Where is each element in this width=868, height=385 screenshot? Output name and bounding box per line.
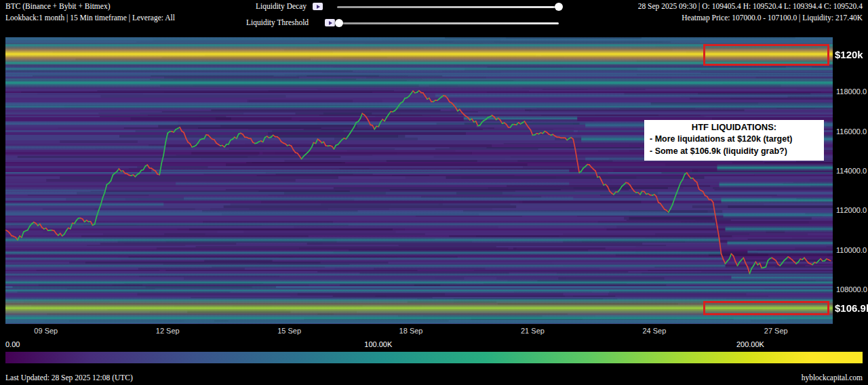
liquidity-decay-slider[interactable] (337, 6, 559, 8)
highlight-box (703, 301, 830, 315)
play-icon (317, 5, 320, 9)
x-axis-label: 24 Sep (642, 327, 666, 335)
play-icon (329, 21, 332, 25)
liquidation-heatmap-canvas[interactable] (5, 37, 833, 324)
app: BTC (Binance + Bybit + Bitmex) Lookback:… (0, 0, 868, 385)
y-axis-label: 108000.0 (836, 285, 867, 293)
liquidity-decay-label: Liquidity Decay (256, 2, 307, 10)
colorbar-tick-label: 100.00K (364, 340, 392, 348)
note-line: - More liquidations at $120k (target) (650, 133, 818, 145)
x-axis-label: 27 Sep (764, 327, 788, 335)
symbol-title: BTC (Binance + Bybit + Bitmex) (5, 2, 110, 10)
site-link[interactable]: hyblockcapital.com (802, 373, 863, 382)
x-axis-label: 09 Sep (34, 327, 58, 335)
y-axis-label: 116000.0 (836, 127, 867, 136)
settings-info: Lookback:1 month | 15 Min timeframe | Le… (5, 14, 175, 22)
liquidity-decay-icon[interactable] (313, 3, 323, 10)
highlight-box (703, 44, 830, 66)
candle-ohlc-info: 28 Sep 2025 09:30 | O: 109405.4 H: 10952… (638, 2, 863, 10)
y-axis-label: 118000.0 (836, 87, 867, 96)
liquidity-threshold-slider[interactable] (339, 22, 559, 24)
heatmap-chart (5, 37, 833, 324)
last-updated-text: Last Updated: 28 Sep 2025 12:08 (UTC) (5, 373, 133, 382)
liquidity-colorbar (5, 352, 863, 363)
liquidity-threshold-handle[interactable] (335, 19, 343, 27)
y-axis-label: 112000.0 (836, 206, 867, 214)
liquidity-threshold-label: Liquidity Threshold (246, 18, 309, 26)
liquidity-decay-handle[interactable] (555, 3, 563, 11)
price-level-label: $106.9k (835, 302, 868, 314)
y-axis-label: 110000.0 (836, 246, 867, 254)
heatmap-price-info: Heatmap Price: 107000.0 - 107100.0 | Liq… (682, 14, 863, 22)
x-axis-label: 21 Sep (521, 327, 545, 335)
htf-liquidations-note: HTF LIQUIDATIONS: - More liquidations at… (644, 120, 824, 161)
note-line: - Some at $106.9k (liquidity grab?) (650, 145, 818, 157)
colorbar-tick-label: 0.00 (5, 340, 20, 348)
x-axis-label: 15 Sep (277, 327, 301, 335)
x-axis-label: 18 Sep (399, 327, 423, 335)
liquidity-threshold-icon[interactable] (325, 19, 335, 26)
colorbar-tick-label: 200.00K (736, 340, 764, 348)
price-level-label: $120k (835, 49, 863, 60)
note-title: HTF LIQUIDATIONS: (650, 122, 818, 132)
y-axis-label: 114000.0 (836, 167, 867, 175)
x-axis-label: 12 Sep (156, 327, 180, 335)
